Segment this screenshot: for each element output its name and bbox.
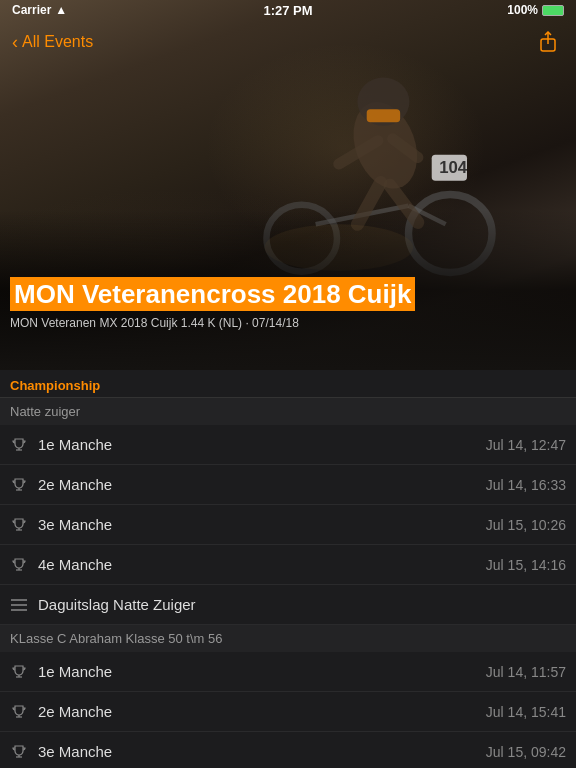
item-date-kc-2: Jul 14, 15:41 <box>486 704 566 720</box>
trophy-icon <box>10 744 28 760</box>
time-label: 1:27 PM <box>263 3 312 18</box>
trophy-icon <box>10 704 28 720</box>
subsection-header-natte-zuiger: Natte zuiger <box>0 398 576 425</box>
battery-label: 100% <box>507 3 538 17</box>
list-item-kc-1[interactable]: 1e MancheJul 14, 11:57 <box>0 652 576 692</box>
svg-text:104: 104 <box>439 158 468 177</box>
item-label-kc-1: 1e Manche <box>38 663 112 680</box>
back-button[interactable]: ‹ All Events <box>12 32 93 53</box>
trophy-icon <box>10 437 28 453</box>
back-chevron-icon: ‹ <box>12 32 18 53</box>
event-main-title: MON Veteranencross 2018 Cuijk <box>10 278 566 311</box>
lines-icon <box>10 598 28 612</box>
battery-icon <box>542 5 564 16</box>
trophy-icon <box>10 517 28 533</box>
championship-header: Championship <box>0 370 576 398</box>
list-item-nz-3[interactable]: 3e MancheJul 15, 10:26 <box>0 505 576 545</box>
list-item-nz-4[interactable]: 4e MancheJul 15, 14:16 <box>0 545 576 585</box>
carrier-label: Carrier <box>12 3 51 17</box>
item-label-nz-4: 4e Manche <box>38 556 112 573</box>
list-item-kc-3[interactable]: 3e MancheJul 15, 09:42 <box>0 732 576 768</box>
share-button[interactable] <box>532 26 564 58</box>
trophy-icon <box>10 557 28 573</box>
item-date-nz-3: Jul 15, 10:26 <box>486 517 566 533</box>
hero-section: 104 ‹ All Events MON Veteranencross 2018… <box>0 0 576 370</box>
list-item-nz-1[interactable]: 1e MancheJul 14, 12:47 <box>0 425 576 465</box>
status-bar: Carrier ▲ 1:27 PM 100% <box>0 0 576 20</box>
item-label-nz-3: 3e Manche <box>38 516 112 533</box>
trophy-icon <box>10 664 28 680</box>
share-icon <box>538 31 558 53</box>
back-label: All Events <box>22 33 93 51</box>
item-label-nz-5: Daguitslag Natte Zuiger <box>38 596 196 613</box>
item-date-nz-4: Jul 15, 14:16 <box>486 557 566 573</box>
item-label-nz-1: 1e Manche <box>38 436 112 453</box>
groups-container: Natte zuiger 1e MancheJul 14, 12:47 2e M… <box>0 398 576 768</box>
event-title-area: MON Veteranencross 2018 Cuijk MON Vetera… <box>0 278 576 331</box>
item-date-nz-1: Jul 14, 12:47 <box>486 437 566 453</box>
nav-bar: ‹ All Events <box>0 20 576 64</box>
wifi-icon: ▲ <box>55 3 67 17</box>
subsection-header-klasse-c: KLasse C Abraham Klasse 50 t\m 56 <box>0 625 576 652</box>
list-item-kc-2[interactable]: 2e MancheJul 14, 15:41 <box>0 692 576 732</box>
item-date-nz-2: Jul 14, 16:33 <box>486 477 566 493</box>
list-item-nz-5[interactable]: Daguitslag Natte Zuiger <box>0 585 576 625</box>
item-label-nz-2: 2e Manche <box>38 476 112 493</box>
trophy-icon <box>10 477 28 493</box>
item-label-kc-3: 3e Manche <box>38 743 112 760</box>
event-subtitle: MON Veteranen MX 2018 Cuijk 1.44 K (NL) … <box>10 316 566 330</box>
list-item-nz-2[interactable]: 2e MancheJul 14, 16:33 <box>0 465 576 505</box>
item-date-kc-1: Jul 14, 11:57 <box>486 664 566 680</box>
item-label-kc-2: 2e Manche <box>38 703 112 720</box>
content-area[interactable]: Championship Natte zuiger 1e MancheJul 1… <box>0 370 576 768</box>
svg-rect-6 <box>367 109 400 122</box>
item-date-kc-3: Jul 15, 09:42 <box>486 744 566 760</box>
